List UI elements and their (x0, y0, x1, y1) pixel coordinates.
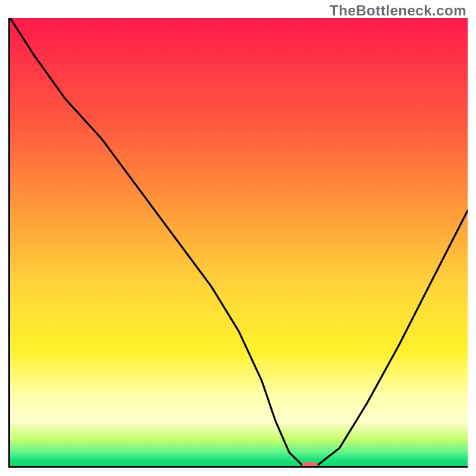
plot-area (8, 18, 468, 468)
watermark-text: TheBottleneck.com (330, 2, 466, 19)
bottleneck-curve-path (10, 18, 468, 466)
curve-layer (10, 18, 468, 466)
optimum-marker (302, 462, 318, 466)
chart-stage: TheBottleneck.com (0, 0, 476, 476)
